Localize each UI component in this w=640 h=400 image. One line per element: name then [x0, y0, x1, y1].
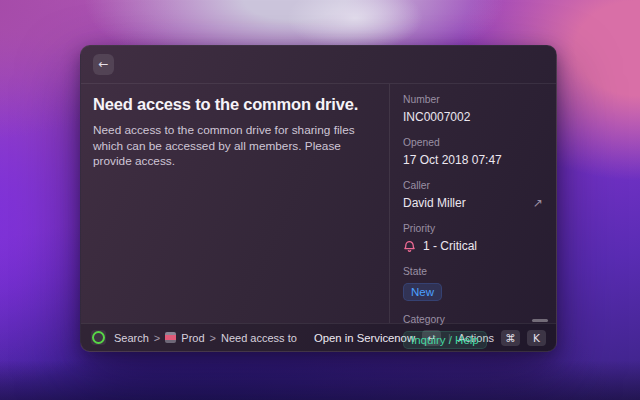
field-value: INC0007002	[403, 110, 543, 124]
priority-value: 1 - Critical	[423, 239, 477, 253]
breadcrumb: Search > Prod > Need access to the commo…	[114, 332, 298, 344]
incident-main: Need access to the common drive. Need ac…	[81, 84, 389, 323]
instance-icon	[165, 332, 176, 343]
breadcrumb-page: Need access to the common drive.	[221, 332, 298, 344]
field-label: Priority	[403, 223, 543, 234]
metadata-panel: Number INC0007002 Opened 17 Oct 2018 07:…	[389, 84, 556, 323]
servicenow-logo-icon	[91, 330, 106, 345]
field-number: Number INC0007002	[403, 94, 543, 124]
breadcrumb-instance: Prod	[181, 332, 204, 344]
field-state: State New	[403, 266, 543, 301]
field-label: Opened	[403, 137, 543, 148]
open-external-icon[interactable]: ↗	[533, 196, 543, 210]
priority-bell-icon	[403, 240, 416, 253]
field-label: State	[403, 266, 543, 277]
field-label: Number	[403, 94, 543, 105]
open-in-servicenow-button[interactable]: Open in Servicenow	[314, 332, 415, 344]
desktop-wallpaper: ← Need access to the common drive. Need …	[0, 0, 640, 400]
field-category: Category Inquiry / Help	[403, 314, 543, 349]
category-badge: Inquiry / Help	[403, 331, 487, 349]
state-badge: New	[403, 283, 442, 301]
field-opened: Opened 17 Oct 2018 07:47	[403, 137, 543, 167]
scrollbar-thumb[interactable]	[532, 319, 548, 322]
breadcrumb-separator: >	[154, 332, 160, 344]
breadcrumb-search: Search	[114, 332, 149, 344]
window-header: ←	[81, 46, 556, 84]
breadcrumb-separator: >	[210, 332, 216, 344]
field-label: Category	[403, 314, 543, 325]
launcher-detail-window: ← Need access to the common drive. Need …	[80, 45, 557, 352]
incident-description: Need access to the common drive for shar…	[93, 123, 373, 170]
field-caller: Caller David Miller ↗	[403, 180, 543, 210]
content-area: Need access to the common drive. Need ac…	[81, 84, 556, 323]
caller-name: David Miller	[403, 196, 466, 210]
back-button[interactable]: ←	[93, 54, 114, 75]
field-label: Caller	[403, 180, 543, 191]
field-value: 17 Oct 2018 07:47	[403, 153, 543, 167]
incident-title: Need access to the common drive.	[93, 95, 373, 114]
field-priority: Priority 1 - Critical	[403, 223, 543, 253]
